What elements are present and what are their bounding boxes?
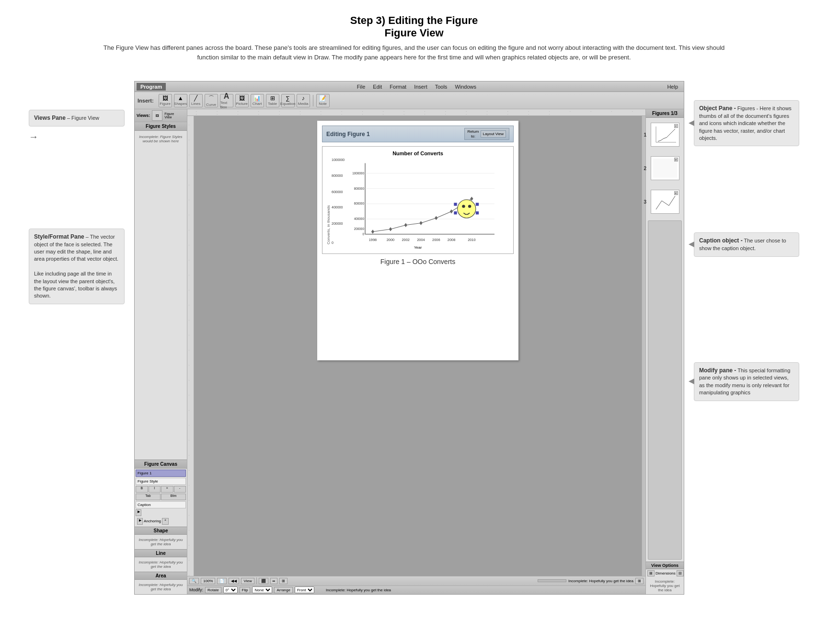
menu-windows[interactable]: Windows — [451, 83, 480, 91]
editing-figure-bar: Editing Figure 1 Returnto: Layout View — [322, 126, 514, 142]
status-btn3[interactable]: ⬛ — [259, 578, 268, 584]
svg-marker-9 — [419, 221, 422, 225]
caption-item[interactable]: Caption — [136, 501, 186, 508]
svg-point-13 — [458, 200, 476, 218]
bold-btn[interactable]: B — [136, 486, 148, 493]
ruler-left: · · · · · · · · · · · · · · · · · · · · … — [187, 116, 194, 576]
picture-btn[interactable]: 🖼 Picture — [235, 94, 249, 107]
figure-style-item[interactable]: Figure Style — [136, 478, 186, 485]
chart-btn[interactable]: 📊 Chart — [251, 94, 264, 107]
page-icon-btn[interactable]: 📄 — [217, 578, 227, 584]
status-btn4[interactable]: ▪▪ — [270, 578, 278, 584]
chart-area: Converts, in thousands 1000000 800000 60… — [326, 158, 509, 244]
scroll-indicator[interactable] — [642, 116, 645, 576]
dimensions-toggle[interactable]: ⊟ — [677, 570, 684, 576]
canvas-document[interactable]: Editing Figure 1 Returnto: Layout View N… — [194, 116, 642, 576]
curve-btn[interactable]: ⌒ Curve — [205, 94, 218, 107]
textbox-btn[interactable]: A Text Box — [220, 94, 233, 107]
line-section-label: Line — [135, 549, 187, 557]
views-pane-annotation: Views Pane – Figure View — [29, 110, 125, 126]
table-btn[interactable]: ⊞ Table — [266, 94, 279, 107]
status-right-btn[interactable]: ⊞ — [635, 578, 644, 584]
page: Step 3) Editing the Figure Figure View T… — [0, 0, 828, 604]
x-axis-label: Year — [326, 245, 509, 250]
y-tick-200000: 200000 — [332, 222, 343, 225]
view-toggle[interactable]: View — [241, 578, 254, 584]
rotate-select[interactable]: 0° — [223, 586, 238, 593]
figure-2-thumb[interactable]: v — [651, 156, 679, 180]
caption-annotation: Caption object - The user chose to show … — [694, 232, 799, 256]
svg-marker-11 — [450, 209, 453, 213]
anchoring-btn[interactable]: + — [162, 518, 169, 525]
svg-rect-19 — [476, 211, 479, 214]
menu-tools[interactable]: Tools — [431, 83, 451, 91]
zoom-btn[interactable]: 🔍 — [189, 578, 199, 584]
equation-btn[interactable]: ∑ Equation — [281, 94, 295, 107]
y-axis-label: Converts, in thousands — [326, 158, 331, 244]
figure-3-thumb[interactable]: c — [651, 190, 679, 214]
area-section-label: Area — [135, 572, 187, 580]
dimensions-icon[interactable]: ⊞ — [647, 570, 655, 576]
zoom-level: 100% — [201, 578, 215, 584]
layout-view-btn[interactable]: Layout View — [481, 130, 506, 138]
menu-format[interactable]: Format — [386, 83, 410, 91]
figure-view-icon[interactable]: 🖼 — [152, 110, 162, 121]
arrange-btn[interactable]: Arrange — [274, 587, 292, 593]
figure1-item[interactable]: Figure 1 — [136, 470, 186, 477]
style-format-annotation: Style/Format Pane – The vector object of… — [29, 229, 125, 304]
modify-bar: Modify: Rotate 0° Flip None Arrange Fron… — [187, 586, 645, 594]
figure-caption: Figure 1 – OOo Converts — [322, 258, 514, 265]
shapes-btn[interactable]: ▲ Shapes — [174, 94, 187, 107]
extra-btn2[interactable]: - — [174, 486, 186, 493]
menu-bar: Program File Edit Format Insert Tools Wi… — [135, 81, 684, 92]
tab-btn[interactable]: Tab — [136, 494, 161, 500]
figure-canvas-header: Figure Canvas — [135, 460, 187, 469]
return-to-btn[interactable]: Returnto: Layout View — [464, 128, 509, 140]
extra-btn1[interactable]: + — [161, 486, 173, 493]
figure-btn[interactable]: 🖼 Figure — [159, 94, 172, 107]
flip-btn[interactable]: Flip — [240, 587, 251, 593]
raster-icon: r — [674, 124, 678, 128]
y-tick-600000: 600000 — [332, 190, 343, 194]
menu-help[interactable]: Help — [663, 83, 682, 91]
svg-marker-8 — [404, 223, 407, 227]
svg-text:1998: 1998 — [369, 238, 377, 242]
status-btn2[interactable]: ◀◀ — [229, 578, 239, 584]
rotate-btn[interactable]: Rotate — [205, 587, 221, 593]
caption-row: ▶ — [136, 509, 186, 516]
flip-select[interactable]: None — [252, 586, 272, 593]
svg-text:1000000: 1000000 — [352, 172, 364, 175]
line-section-content: Incomplete: Hopefully you get the idea — [135, 557, 187, 572]
canvas-area: · · · · · · · · · · · · · · · · · · · · … — [187, 116, 645, 576]
media-btn[interactable]: ♪ Media — [297, 94, 310, 107]
status-btn5[interactable]: ⊞ — [279, 578, 288, 584]
y-tick-1000000: 1000000 — [332, 158, 345, 161]
figure-1-thumb[interactable]: r — [651, 123, 679, 147]
left-annotations: Views Pane – Figure View → Style/Format … — [29, 81, 125, 595]
lines-btn[interactable]: ╱ Lines — [189, 94, 203, 107]
menu-edit[interactable]: Edit — [369, 83, 386, 91]
svg-text:200000: 200000 — [354, 228, 365, 231]
figure-1-thumb-container: 1 r — [651, 121, 679, 149]
note-btn[interactable]: 📝 Note — [316, 94, 330, 107]
status-incomplete: Incomplete: Hopefully you get the idea — [568, 579, 633, 583]
btm-btn[interactable]: Btm — [161, 494, 186, 500]
modify-pane-arrow — [689, 379, 694, 384]
anchoring-expand[interactable]: ▶ — [137, 518, 143, 525]
center-canvas: · · · · · · · · · · · · · · · · · · · · … — [187, 109, 645, 594]
figure-styles-panel: Incomplete: Figure Styles would be shown… — [135, 131, 187, 460]
svg-marker-6 — [371, 230, 374, 233]
figure-3-number: 3 — [644, 199, 647, 205]
thumb-icons: r — [674, 124, 678, 128]
arrange-select[interactable]: Front — [295, 586, 314, 593]
figure-2-number: 2 — [644, 166, 647, 171]
svg-text:400000: 400000 — [354, 217, 365, 220]
menu-insert[interactable]: Insert — [410, 83, 431, 91]
right-scroll-area[interactable] — [648, 220, 682, 560]
svg-text:0: 0 — [362, 232, 364, 236]
italic-btn[interactable]: I — [149, 486, 161, 493]
zoom-slider[interactable] — [538, 579, 566, 582]
caption-expand[interactable]: ▶ — [136, 509, 141, 516]
dimensions-label: Dimensions — [656, 571, 676, 575]
menu-file[interactable]: File — [353, 83, 369, 91]
